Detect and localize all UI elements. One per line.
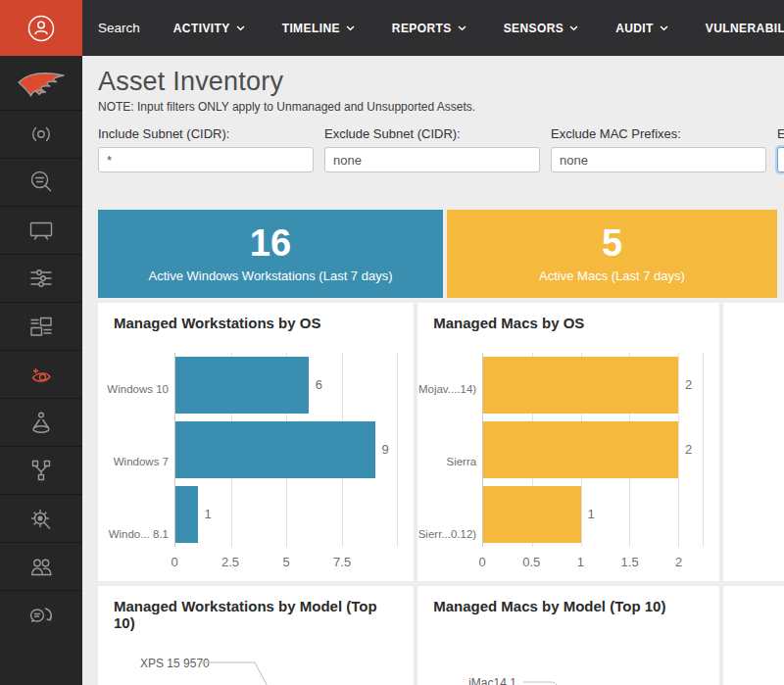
bar[interactable] — [175, 421, 375, 478]
filter-0: Include Subnet (CIDR): — [98, 126, 314, 172]
sidebar — [0, 0, 82, 685]
bar-value-label: 1 — [588, 507, 595, 521]
nav-item-label: ACTIVITY — [173, 22, 230, 35]
workstations-by-os-chart: Windows 10Windows 7Windo... 8.169102.557… — [114, 353, 398, 570]
tick-label: 1.5 — [621, 555, 639, 569]
bar[interactable] — [175, 486, 198, 543]
sidebar-item-configuration[interactable] — [0, 254, 82, 302]
category-label: Sierr...0.12) — [433, 498, 482, 570]
category-label: Windows 10 — [114, 353, 174, 425]
support-chat-icon — [25, 599, 57, 630]
category-label: Sierra — [433, 425, 482, 498]
stat-label: Active Macs (Last 7 days) — [539, 269, 685, 283]
bar-value-label: 2 — [685, 442, 692, 457]
filter-input[interactable] — [777, 147, 784, 172]
panel-workstations-by-os: Managed Workstations by OS Windows 10Win… — [98, 303, 414, 581]
discover-eye-icon — [25, 359, 57, 390]
bar-value-label: 2 — [685, 377, 692, 392]
filter-label: Ex — [777, 126, 784, 141]
bar-row: 1 — [483, 486, 703, 543]
chart-y-labels: Windows 10Windows 7Windo... 8.1 — [114, 353, 174, 570]
filter-3: Ex — [777, 126, 784, 172]
nav-item-reports[interactable]: REPORTS — [392, 22, 466, 35]
bar-value-label: 9 — [382, 442, 389, 457]
sidebar-item-hunt[interactable] — [0, 494, 82, 542]
chart-title: Managed Workstations by OS — [114, 315, 398, 331]
chevron-down-icon — [458, 25, 466, 31]
broadcast-icon — [25, 119, 57, 150]
filter-input[interactable] — [551, 147, 766, 172]
chevron-down-icon — [660, 25, 668, 31]
panel-partial-right — [723, 303, 784, 581]
investigate-search-icon — [25, 167, 57, 198]
sidebar-item-broadcast[interactable] — [0, 110, 82, 158]
bar-row: 2 — [483, 357, 703, 414]
main-content: Asset Inventory NOTE: Input filters ONLY… — [82, 56, 784, 685]
nav-item-sensors[interactable]: SENSORS — [504, 22, 578, 35]
bar-value-label: 1 — [205, 507, 212, 521]
category-label: Windows 7 — [114, 425, 174, 498]
nav-item-label: TIMELINE — [282, 22, 340, 35]
bar-row: 1 — [175, 486, 397, 543]
sidebar-item-falcon-home[interactable] — [0, 56, 82, 110]
sidebar-item-workflow[interactable] — [0, 446, 82, 494]
configuration-sliders-icon — [25, 263, 57, 294]
stat-value: 5 — [602, 224, 622, 264]
users-icon — [25, 551, 57, 582]
pie-callout-line — [523, 676, 572, 685]
panel-partial-right — [723, 586, 784, 685]
nav-item-label: AUDIT — [615, 22, 654, 35]
category-label: Mojav....14) — [433, 353, 482, 425]
tick-label: 5 — [282, 555, 289, 569]
user-account-button[interactable] — [0, 0, 82, 56]
sidebar-item-support[interactable] — [0, 590, 82, 638]
nav-search[interactable]: Search — [98, 21, 140, 35]
chart-plot-area: 691 — [174, 353, 398, 547]
nav-item-vulnerabilities[interactable]: VULNERABILITIES — [706, 22, 784, 35]
bar[interactable] — [483, 357, 678, 414]
category-label: Windo... 8.1 — [114, 498, 174, 570]
chevron-down-icon — [346, 25, 355, 31]
nav-item-activity[interactable]: ACTIVITY — [173, 22, 245, 35]
nav-item-timeline[interactable]: TIMELINE — [282, 22, 355, 35]
stat-card-1[interactable]: 5Active Macs (Last 7 days) — [447, 210, 777, 298]
filter-input[interactable] — [324, 147, 540, 172]
filter-label: Exclude Subnet (CIDR): — [324, 126, 540, 141]
bar[interactable] — [175, 357, 309, 414]
pie-callout-line — [200, 657, 283, 685]
stat-card-row: 16Active Windows Workstations (Last 7 da… — [98, 210, 784, 298]
filter-1: Exclude Subnet (CIDR): — [324, 126, 540, 172]
sidebar-item-hosts[interactable] — [0, 206, 82, 254]
chevron-down-icon — [569, 25, 578, 31]
stat-label: Active Windows Workstations (Last 7 days… — [148, 269, 392, 283]
sidebar-item-users[interactable] — [0, 542, 82, 590]
chart-plot-column: 69102.557.5 — [174, 353, 398, 570]
hunt-target-icon — [25, 503, 57, 534]
dashboard-icon — [25, 311, 57, 342]
bar-row: 2 — [483, 421, 703, 478]
bar[interactable] — [483, 421, 678, 478]
stat-card-0[interactable]: 16Active Windows Workstations (Last 7 da… — [98, 210, 443, 298]
sidebar-item-discover[interactable] — [0, 350, 82, 398]
workflow-icon — [25, 455, 57, 486]
tick-label: 2.5 — [221, 555, 239, 569]
macs-by-os-chart: Mojav....14)SierraSierr...0.12)22100.511… — [433, 353, 704, 570]
sidebar-item-dashboards[interactable] — [0, 302, 82, 350]
tick-label: 0 — [479, 555, 486, 569]
chevron-down-icon — [236, 25, 245, 31]
crowdstrike-falcon-logo-icon — [16, 68, 67, 99]
host-monitor-icon — [25, 215, 57, 246]
sandbox-flask-icon — [25, 407, 57, 438]
filter-input[interactable] — [98, 147, 314, 172]
filter-bar: Include Subnet (CIDR):Exclude Subnet (CI… — [98, 126, 784, 172]
chart-plot-area: 221 — [482, 353, 704, 547]
filter-label: Include Subnet (CIDR): — [98, 126, 314, 141]
panel-macs-by-os: Managed Macs by OS Mojav....14)SierraSie… — [417, 303, 719, 581]
nav-item-audit[interactable]: AUDIT — [615, 22, 668, 35]
bar[interactable] — [483, 486, 580, 543]
nav-item-label: REPORTS — [392, 22, 452, 35]
chart-title: Managed Macs by Model (Top 10) — [433, 598, 704, 614]
tick-label: 1 — [577, 555, 584, 569]
sidebar-item-sandbox[interactable] — [0, 398, 82, 446]
sidebar-item-investigate[interactable] — [0, 158, 82, 206]
